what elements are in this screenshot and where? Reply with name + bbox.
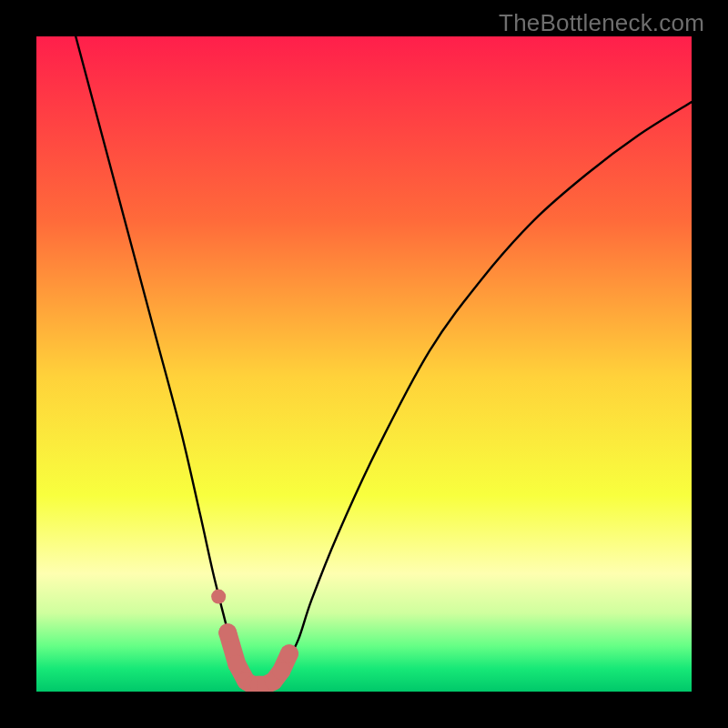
highlight-dot [280, 644, 298, 662]
highlight-dot [272, 662, 290, 680]
marker-group [211, 590, 298, 692]
chart-frame: TheBottleneck.com [0, 0, 728, 728]
curve-layer [36, 36, 692, 692]
bottleneck-curve [76, 36, 692, 685]
outlier-dot [211, 590, 226, 604]
plot-area [36, 36, 692, 692]
watermark-text: TheBottleneck.com [499, 9, 704, 37]
highlight-dot [218, 623, 237, 642]
highlight-dot [228, 655, 246, 673]
